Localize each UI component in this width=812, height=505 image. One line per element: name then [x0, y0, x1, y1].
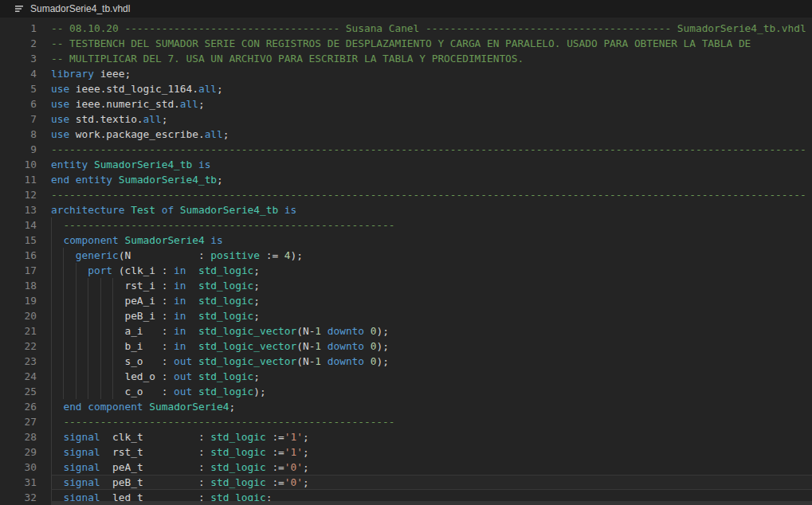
code-token: std_logic: [198, 264, 253, 276]
code-line[interactable]: 9---------------------------------------…: [0, 142, 812, 157]
code-text: end component SumadorSerie4;: [51, 399, 235, 414]
code-line[interactable]: 20 peB_i : in std_logic;: [0, 308, 812, 323]
line-number[interactable]: 9: [0, 142, 37, 157]
code-line[interactable]: 26 end component SumadorSerie4;: [0, 399, 812, 414]
code-token: [321, 355, 328, 367]
code-line[interactable]: 16 generic(N : positive := 4);: [0, 248, 812, 263]
code-token: :=: [266, 461, 284, 473]
code-token: ;: [217, 174, 223, 186]
line-number[interactable]: 30: [0, 460, 37, 475]
code-line[interactable]: 4library ieee;: [0, 66, 812, 81]
line-number[interactable]: 4: [0, 66, 37, 81]
code-line[interactable]: 3-- MULTIPLICAR DEL 7. USA UN ARCHIVO PA…: [0, 51, 812, 66]
code-line[interactable]: 31 signal peB_t : std_logic :='0';: [0, 475, 812, 490]
line-number[interactable]: 25: [0, 384, 37, 399]
line-number[interactable]: 31: [0, 475, 37, 490]
line-number[interactable]: 12: [0, 187, 37, 202]
code-token: out: [174, 386, 192, 397]
code-token: signal: [63, 431, 100, 443]
line-number[interactable]: 18: [0, 278, 37, 293]
line-number[interactable]: 14: [0, 217, 37, 233]
code-line[interactable]: 18 rst_i : in std_logic;: [0, 278, 812, 293]
code-line[interactable]: 7use std.textio.all;: [0, 112, 812, 127]
code-line[interactable]: 10entity SumadorSerie4_tb is: [0, 157, 812, 172]
code-token: out: [174, 355, 192, 367]
line-number[interactable]: 22: [0, 339, 37, 354]
code-token: -- TESTBENCH DEL SUMADOR SERIE CON REGIS…: [51, 37, 751, 49]
code-token: s_o :: [51, 355, 174, 367]
code-token: all: [180, 98, 198, 110]
code-token: std.textio.: [69, 113, 143, 125]
code-line[interactable]: 29 signal rst_t : std_logic :='1';: [0, 444, 812, 460]
code-token: [192, 370, 198, 382]
code-token: std_logic: [198, 386, 253, 397]
code-token: in: [174, 295, 186, 307]
tab-sumadorserie4-tb[interactable]: SumadorSerie4_tb.vhdl: [0, 0, 139, 18]
code-editor[interactable]: 1-- 08.10.20 ---------------------------…: [0, 18, 812, 505]
horizontal-scrollbar[interactable]: [51, 501, 812, 505]
line-number[interactable]: 23: [0, 354, 37, 369]
code-line[interactable]: 28 signal clk_t : std_logic :='1';: [0, 429, 812, 444]
code-line[interactable]: 25 c_o : out std_logic);: [0, 384, 812, 399]
code-token: ieee.numeric_std.: [69, 98, 180, 110]
code-token: ;: [162, 113, 168, 125]
line-number[interactable]: 8: [0, 127, 37, 142]
code-line[interactable]: 27 -------------------------------------…: [0, 414, 812, 429]
line-number[interactable]: 3: [0, 51, 37, 66]
code-line[interactable]: 8use work.package_escribe.all;: [0, 127, 812, 142]
line-number[interactable]: 16: [0, 248, 37, 263]
code-token: SumadorSerie4_tb: [119, 174, 217, 186]
code-token: [364, 355, 371, 367]
code-line[interactable]: 12--------------------------------------…: [0, 187, 812, 202]
code-text: signal clk_t : std_logic :='1';: [51, 429, 309, 444]
line-number[interactable]: 7: [0, 112, 37, 127]
tab-bar: SumadorSerie4_tb.vhdl: [0, 0, 812, 18]
line-number[interactable]: 32: [0, 490, 37, 505]
code-token: positive: [210, 249, 260, 261]
code-line[interactable]: 14 -------------------------------------…: [0, 217, 812, 233]
code-token: ;: [253, 264, 260, 276]
code-line[interactable]: 17 port (clk_i : in std_logic;: [0, 263, 812, 278]
line-number[interactable]: 26: [0, 399, 37, 414]
code-token: (clk_i :: [112, 264, 174, 276]
code-line[interactable]: 2-- TESTBENCH DEL SUMADOR SERIE CON REGI…: [0, 36, 812, 51]
line-number[interactable]: 10: [0, 157, 37, 172]
line-number[interactable]: 2: [0, 36, 37, 51]
line-number[interactable]: 27: [0, 414, 37, 429]
line-number[interactable]: 21: [0, 323, 37, 339]
code-token: use: [51, 83, 69, 95]
code-token: (N :: [119, 249, 211, 261]
code-token: in: [174, 310, 186, 322]
line-number[interactable]: 6: [0, 96, 37, 112]
line-number[interactable]: 5: [0, 81, 37, 96]
line-number[interactable]: 13: [0, 202, 37, 217]
code-line[interactable]: 23 s_o : out std_logic_vector(N-1 downto…: [0, 354, 812, 369]
code-token: peB_i :: [51, 310, 174, 322]
code-token: downto: [328, 340, 364, 352]
code-line[interactable]: 15 component SumadorSerie4 is: [0, 233, 812, 248]
line-number[interactable]: 11: [0, 172, 37, 187]
line-number[interactable]: 20: [0, 308, 37, 323]
code-line[interactable]: 5use ieee.std_logic_1164.all;: [0, 81, 812, 96]
line-number[interactable]: 28: [0, 429, 37, 444]
code-token: end entity: [51, 174, 112, 186]
line-number[interactable]: 19: [0, 293, 37, 308]
code-line[interactable]: 21 a_i : in std_logic_vector(N-1 downto …: [0, 323, 812, 339]
code-line[interactable]: 6use ieee.numeric_std.all;: [0, 96, 812, 112]
line-number[interactable]: 15: [0, 233, 37, 248]
code-line[interactable]: 19 peA_i : in std_logic;: [0, 293, 812, 308]
code-token: in: [174, 340, 186, 352]
code-line[interactable]: 30 signal peA_t : std_logic :='0';: [0, 460, 812, 475]
line-number[interactable]: 24: [0, 369, 37, 384]
line-number[interactable]: 29: [0, 444, 37, 460]
code-line[interactable]: 1-- 08.10.20 ---------------------------…: [0, 21, 812, 36]
line-number[interactable]: 17: [0, 263, 37, 278]
code-line[interactable]: 22 b_i : in std_logic_vector(N-1 downto …: [0, 339, 812, 354]
code-token: signal: [63, 461, 100, 473]
code-text: ----------------------------------------…: [51, 414, 394, 429]
code-line[interactable]: 11end entity SumadorSerie4_tb;: [0, 172, 812, 187]
code-text: -- TESTBENCH DEL SUMADOR SERIE CON REGIS…: [51, 36, 751, 51]
line-number[interactable]: 1: [0, 21, 37, 36]
code-line[interactable]: 24 led_o : out std_logic;: [0, 369, 812, 384]
code-line[interactable]: 13architecture Test of SumadorSerie4_tb …: [0, 202, 812, 217]
